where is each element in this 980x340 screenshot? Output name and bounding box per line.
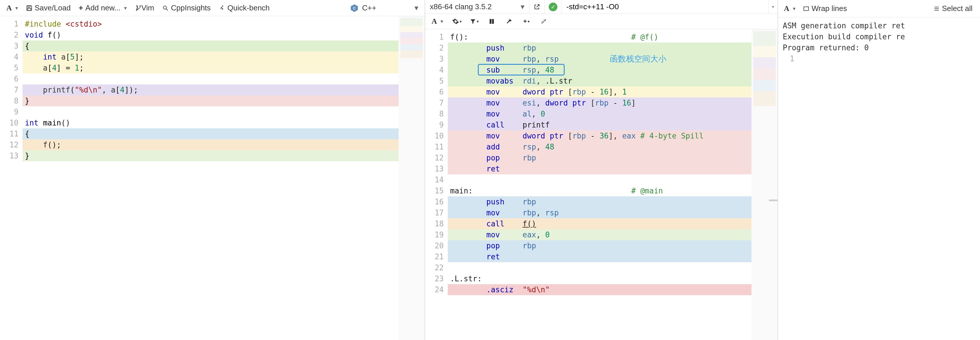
line-number: 9 bbox=[2, 106, 19, 118]
line-number: 4 bbox=[2, 51, 19, 62]
asm-line[interactable]: add rsp, 48 bbox=[448, 141, 751, 153]
source-line[interactable] bbox=[22, 73, 399, 84]
magnify-icon bbox=[162, 5, 169, 11]
filter-menu[interactable]: ▾ bbox=[469, 16, 480, 27]
line-number: 10 bbox=[2, 118, 19, 129]
asm-line[interactable]: ret bbox=[448, 164, 751, 174]
compiler-select[interactable]: x86-64 clang 3.5.2 ▾ bbox=[425, 0, 529, 14]
asm-line[interactable]: push rbp bbox=[448, 196, 751, 207]
source-line[interactable]: int main() bbox=[22, 118, 399, 129]
asm-line[interactable]: f(): # @f() bbox=[448, 32, 751, 43]
line-number: 6 bbox=[2, 73, 19, 84]
asm-line[interactable]: pop rbp bbox=[448, 153, 751, 164]
wrap-icon bbox=[803, 5, 809, 12]
asm-line[interactable]: .L.str: bbox=[448, 273, 751, 284]
source-line[interactable]: } bbox=[22, 150, 399, 161]
asm-line[interactable]: push rbp bbox=[448, 43, 751, 54]
source-line[interactable]: #include <cstdio> bbox=[22, 19, 399, 30]
language-select[interactable]: C C++ ▾ bbox=[347, 2, 422, 14]
font-menu[interactable]: A ▾ bbox=[782, 4, 797, 14]
asm-line[interactable]: mov esi, dword ptr [rbp - 16] bbox=[448, 97, 751, 108]
asm-line[interactable]: movabs rdi, .L.str bbox=[448, 75, 751, 86]
options-menu[interactable]: ▾ bbox=[768, 0, 778, 14]
asm-line[interactable]: mov dword ptr [rbp - 16], 1 bbox=[448, 86, 751, 97]
compiler-name: x86-64 clang 3.5.2 bbox=[430, 2, 492, 11]
asm-line[interactable]: call printf bbox=[448, 119, 751, 130]
vim-button[interactable]: 𝓥 Vim bbox=[131, 2, 158, 14]
vim-label: Vim bbox=[142, 3, 154, 13]
app-root: A ▾ Save/Load + Add new... ▾ 𝓥 Vim bbox=[0, 0, 980, 340]
compiler-options[interactable] bbox=[562, 0, 768, 14]
line-number: 9 bbox=[427, 119, 444, 130]
add-new-button[interactable]: + Add new... ▾ bbox=[75, 2, 130, 14]
asm-editor[interactable]: 123456789101112131415161718192021222324 … bbox=[425, 29, 778, 340]
source-toolbar: A ▾ Save/Load + Add new... ▾ 𝓥 Vim bbox=[0, 0, 425, 16]
line-number: 11 bbox=[427, 141, 444, 153]
line-number: 21 bbox=[427, 251, 444, 262]
source-editor[interactable]: 12345678910111213 #include <cstdio>void … bbox=[0, 16, 425, 340]
source-line[interactable]: printf("%d\n", a[4]); bbox=[22, 84, 399, 95]
source-line[interactable]: } bbox=[22, 95, 399, 106]
font-menu[interactable]: A ▾ bbox=[430, 16, 445, 26]
font-menu[interactable]: A ▾ bbox=[3, 2, 21, 14]
save-load-button[interactable]: Save/Load bbox=[22, 2, 74, 14]
asm-line[interactable]: mov dword ptr [rbp - 36], eax # 4-byte S… bbox=[448, 130, 751, 141]
add-menu[interactable]: +▾ bbox=[521, 16, 531, 27]
wrap-lines-button[interactable]: Wrap lines bbox=[800, 2, 850, 15]
source-line[interactable]: void f() bbox=[22, 30, 399, 40]
resize-handle[interactable] bbox=[769, 200, 778, 201]
svg-rect-8 bbox=[804, 6, 809, 10]
source-minimap[interactable] bbox=[399, 16, 425, 340]
asm-line[interactable]: ret bbox=[448, 251, 751, 262]
asm-minimap[interactable] bbox=[751, 29, 778, 340]
source-line[interactable]: int a[5]; bbox=[22, 51, 399, 62]
asm-line[interactable]: main: # @main bbox=[448, 185, 751, 196]
source-line[interactable]: { bbox=[22, 129, 399, 139]
svg-point-3 bbox=[164, 6, 167, 9]
asm-line[interactable]: mov rbp, rsp bbox=[448, 54, 751, 65]
save-load-label: Save/Load bbox=[35, 3, 71, 13]
compiler-options-input[interactable] bbox=[562, 0, 768, 14]
asm-line[interactable]: mov rbp, rsp bbox=[448, 207, 751, 218]
line-number: 3 bbox=[2, 40, 19, 51]
line-number: 2 bbox=[2, 30, 19, 40]
tools-button[interactable] bbox=[504, 16, 514, 27]
asm-line[interactable]: sub rsp, 48 bbox=[448, 65, 751, 75]
select-all-button[interactable]: Select all bbox=[930, 2, 976, 15]
asm-line[interactable]: .asciz "%d\n" bbox=[448, 284, 751, 295]
popout-button[interactable] bbox=[529, 0, 545, 14]
source-line[interactable]: a[4] = 1; bbox=[22, 62, 399, 73]
line-number: 8 bbox=[427, 108, 444, 119]
asm-line[interactable]: mov al, 0 bbox=[448, 108, 751, 119]
svg-rect-1 bbox=[28, 5, 30, 7]
caret-icon: ▾ bbox=[477, 19, 479, 24]
cppinsights-button[interactable]: CppInsights bbox=[159, 2, 214, 14]
source-code[interactable]: #include <cstdio>void f(){ int a[5]; a[4… bbox=[22, 16, 399, 340]
output-body[interactable]: ASM generation compiler retExecution bui… bbox=[778, 17, 980, 340]
asm-line[interactable]: call f() bbox=[448, 218, 751, 229]
line-number: 2 bbox=[427, 43, 444, 54]
asm-line[interactable] bbox=[448, 174, 751, 185]
asm-line[interactable]: mov eax, 0 bbox=[448, 229, 751, 240]
overrides-button[interactable] bbox=[539, 16, 549, 27]
caret-icon: ▾ bbox=[772, 5, 774, 9]
libraries-button[interactable] bbox=[487, 16, 497, 27]
asm-line[interactable] bbox=[448, 262, 751, 273]
vim-icon: 𝓥 bbox=[135, 3, 139, 13]
caret-icon: ▾ bbox=[441, 18, 443, 25]
source-line[interactable] bbox=[22, 106, 399, 118]
wrench-icon bbox=[506, 18, 512, 25]
runner-icon bbox=[219, 5, 225, 11]
svg-point-5 bbox=[222, 5, 223, 6]
settings-menu[interactable]: ▾ bbox=[452, 16, 462, 27]
source-line[interactable]: f(); bbox=[22, 139, 399, 150]
line-number: 5 bbox=[427, 75, 444, 86]
line-number: 3 bbox=[427, 54, 444, 65]
line-number: 18 bbox=[427, 218, 444, 229]
asm-code[interactable]: f(): # @f() push rbp mov rbp, rsp sub rs… bbox=[448, 29, 751, 340]
line-number: 22 bbox=[427, 262, 444, 273]
add-new-label: Add new... bbox=[85, 3, 120, 13]
source-line[interactable]: { bbox=[22, 40, 399, 51]
asm-line[interactable]: pop rbp bbox=[448, 240, 751, 251]
quickbench-button[interactable]: Quick-bench bbox=[215, 2, 273, 14]
